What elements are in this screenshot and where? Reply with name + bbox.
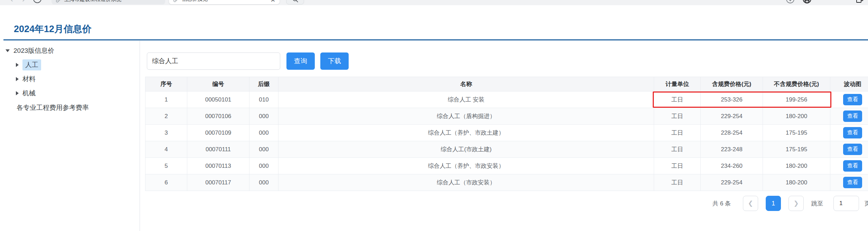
cell-name: 综合人工(市政土建) (279, 141, 654, 158)
tree-node-2023-info-price[interactable]: 2023版信息价 (6, 46, 54, 56)
cell-index: 3 (145, 125, 187, 141)
link-icon (56, 0, 61, 3)
app-window: ‹ › 上海市建设工程造价系统 信息价预览 ✕ (0, 0, 868, 231)
tree-node-label[interactable]: 人工 (22, 59, 41, 70)
col-header-name: 名称 (279, 77, 654, 92)
col-header-suffix: 后缀 (249, 77, 279, 92)
tree-node-label[interactable]: 机械 (22, 89, 36, 98)
cell-price-without-fee: 199-256 (763, 92, 830, 108)
view-button[interactable]: 查看 (843, 94, 862, 105)
tab-cost-system-label: 上海市建设工程造价系统 (64, 0, 121, 3)
caret-right-icon[interactable] (16, 63, 19, 67)
caret-right-icon[interactable] (16, 77, 19, 81)
view-button[interactable]: 查看 (843, 127, 862, 138)
cell-actions: 查看 (830, 125, 868, 141)
cell-index: 1 (145, 92, 187, 108)
cell-unit: 工日 (654, 108, 701, 125)
cell-actions: 查看 (830, 92, 868, 108)
cell-unit: 工日 (654, 141, 701, 158)
cell-actions: 查看 (830, 174, 868, 191)
cell-price-with-fee: 229-254 (701, 108, 763, 125)
download-button[interactable]: 下载 (320, 52, 349, 70)
cell-suffix: 000 (249, 125, 279, 141)
caret-down-icon[interactable] (6, 49, 10, 52)
next-page-button[interactable]: ❯ (789, 196, 804, 211)
close-icon[interactable]: ✕ (271, 0, 275, 3)
cell-price-without-fee: 180-200 (763, 174, 830, 191)
cell-price-with-fee: 228-254 (701, 125, 763, 141)
cell-suffix: 000 (249, 158, 279, 174)
view-button[interactable]: 查看 (843, 160, 862, 172)
cell-code: 00070111 (187, 141, 249, 158)
tree-node-materials[interactable]: 材料 (16, 74, 36, 84)
cell-name: 综合人工（市政安装） (279, 174, 654, 191)
cell-code: 00070106 (187, 108, 249, 125)
cell-code: 00070117 (187, 174, 249, 191)
price-table: 序号 编号 后缀 名称 计量单位 含规费价格(元) 不含规费价格(元) 波动图 … (145, 77, 868, 192)
link-icon (173, 0, 178, 2)
download-icon[interactable] (786, 0, 795, 5)
col-header-trend-chart: 波动图 (830, 77, 868, 92)
search-button[interactable] (286, 0, 304, 4)
col-header-index: 序号 (145, 77, 187, 92)
cell-actions: 查看 (830, 108, 868, 125)
tree-node-label[interactable]: 2023版信息价 (13, 46, 54, 55)
cell-price-with-fee: 229-254 (701, 174, 763, 191)
cell-price-without-fee: 175-195 (763, 141, 830, 158)
cell-actions: 查看 (830, 158, 868, 174)
page-title: 2024年12月信息价 (14, 23, 92, 35)
jump-to-label: 跳至 (811, 200, 823, 208)
tree-node-label[interactable]: 各专业工程费用参考费率 (17, 103, 89, 112)
cell-unit: 工日 (654, 174, 701, 191)
cell-index: 5 (145, 158, 187, 174)
jump-page-input[interactable] (833, 196, 859, 211)
view-button[interactable]: 查看 (843, 177, 862, 188)
cell-index: 6 (145, 174, 187, 191)
more-icon[interactable]: ⋯ (819, 0, 829, 5)
refresh-icon[interactable] (33, 0, 41, 3)
minimize-icon[interactable]: — (838, 0, 845, 5)
table-row: 500070113000综合人工（养护、市政安装）工日234-260180-20… (145, 158, 868, 174)
cell-price-with-fee: 223-248 (701, 141, 763, 158)
window-restore-icon[interactable] (856, 0, 864, 5)
cell-index: 4 (145, 141, 187, 158)
cell-name: 综合人工（养护、市政土建） (279, 125, 654, 141)
chevron-right-icon: ❯ (793, 200, 799, 207)
view-button[interactable]: 查看 (843, 144, 862, 155)
cell-name: 综合人工 安装 (279, 92, 654, 108)
cell-index: 2 (145, 108, 187, 125)
table-row: 100050101010综合人工 安装工日253-326199-256查看 (145, 92, 868, 108)
cell-suffix: 000 (249, 141, 279, 158)
tab-cost-system[interactable]: 上海市建设工程造价系统 (51, 0, 165, 4)
table-row: 300070109000综合人工（养护、市政土建）工日228-254175-19… (145, 125, 868, 141)
page-unit-label: 页 (865, 200, 868, 208)
cell-code: 00050101 (187, 92, 249, 108)
back-icon[interactable]: ‹ (10, 0, 13, 4)
cell-code: 00070113 (187, 158, 249, 174)
cell-price-with-fee: 253-326 (701, 92, 763, 108)
cell-name: 综合人工（盾构掘进） (279, 108, 654, 125)
forward-icon[interactable]: › (22, 0, 25, 4)
page-number-button[interactable]: 1 (766, 196, 781, 211)
prev-page-button[interactable]: ❮ (743, 196, 758, 211)
globe-icon[interactable] (802, 0, 812, 5)
cell-suffix: 010 (249, 92, 279, 108)
table-row: 200070106000综合人工（盾构掘进）工日229-254180-200查看 (145, 108, 868, 125)
title-divider (3, 39, 868, 40)
tree-node-reference-rates[interactable]: 各专业工程费用参考费率 (17, 103, 89, 113)
col-header-price-with-fee: 含规费价格(元) (701, 77, 763, 92)
tab-info-price-preview[interactable]: 信息价预览 ✕ (169, 0, 280, 4)
col-header-code: 编号 (187, 77, 249, 92)
keyword-input[interactable] (147, 52, 280, 70)
cell-code: 00070109 (187, 125, 249, 141)
tree-node-label[interactable]: 材料 (22, 75, 36, 84)
cell-price-without-fee: 175-195 (763, 125, 830, 141)
query-button[interactable]: 查询 (286, 52, 315, 70)
table-row: 600070117000综合人工（市政安装）工日229-254180-200查看 (145, 174, 868, 191)
tree-node-machinery[interactable]: 机械 (16, 88, 36, 98)
tree-node-labor[interactable]: 人工 (16, 60, 41, 70)
caret-right-icon[interactable] (16, 91, 19, 95)
view-button[interactable]: 查看 (843, 110, 862, 122)
cell-price-without-fee: 180-200 (763, 108, 830, 125)
table-header-row: 序号 编号 后缀 名称 计量单位 含规费价格(元) 不含规费价格(元) 波动图 (145, 77, 868, 92)
